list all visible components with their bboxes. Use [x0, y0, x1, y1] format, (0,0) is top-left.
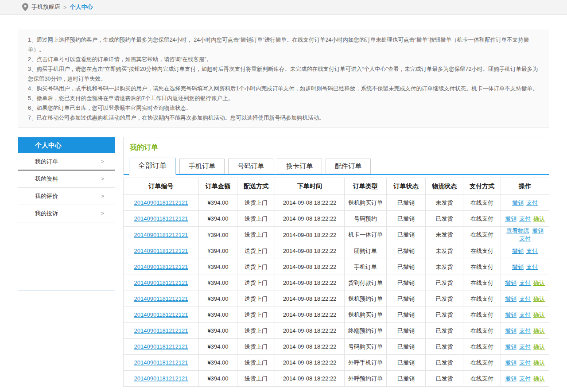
action-revoke-link[interactable]: 撤销 [505, 343, 517, 350]
order-status-cell: 已撤销 [387, 195, 426, 211]
order-type-cell: 裸机购买订单 [345, 195, 387, 211]
action-pay-link[interactable]: 支付 [519, 215, 531, 222]
order-number-link[interactable]: 20140901181212121 [134, 327, 188, 334]
table-row: 20140901181212121¥394.00送货上门2014-09-08 1… [124, 227, 549, 243]
order-status-cell: 已撤销 [387, 339, 426, 355]
order-number-link[interactable]: 20140901181212121 [134, 295, 188, 302]
breadcrumb-bar: 手机旗舰店 > 个人中心 [0, 0, 567, 15]
actions-cell: 撤销支付确认 [501, 339, 549, 355]
chevron-right-icon: > [101, 159, 104, 165]
order-time-cell: 2014-09-08 18:22:22 [275, 355, 345, 371]
order-time-cell: 2014-09-08 18:22:22 [275, 339, 345, 355]
action-revoke-link[interactable]: 撤销 [505, 215, 517, 222]
order-number-link[interactable]: 20140901181212121 [134, 232, 188, 238]
order-amount-cell: ¥394.00 [199, 243, 237, 259]
breadcrumb-current: 个人中心 [70, 3, 93, 11]
action-pay-link[interactable]: 支付 [526, 199, 538, 206]
sidebar-item-0[interactable]: 我的订单> [18, 153, 115, 171]
sidebar-item-label: 我的评价 [35, 192, 58, 200]
action-revoke-link[interactable]: 撤销 [505, 359, 517, 366]
notice-list: 1、通过网上选择预约的客户，生成的预约单最多为您保留24小时， 24小时内您可点… [28, 35, 539, 123]
sidebar-item-1[interactable]: 我的资料> [18, 171, 115, 188]
action-revoke-link[interactable]: 撤销 [505, 311, 517, 318]
action-confirm-link[interactable]: 确认 [533, 295, 545, 302]
action-revoke-link[interactable]: 撤销 [505, 279, 517, 286]
action-confirm-link[interactable]: 确认 [533, 327, 545, 334]
order-type-cell: 货到付款订单 [345, 275, 387, 291]
column-header: 配送方式 [237, 178, 275, 195]
notice-item-1: 1、通过网上选择预约的客户，生成的预约单最多为您保留24小时， 24小时内您可点… [28, 35, 539, 54]
action-pay-link[interactable]: 支付 [519, 311, 531, 318]
order-amount-cell: ¥394.00 [199, 211, 237, 227]
payment-method-cell: 在线支付 [463, 195, 501, 211]
action-revoke-link[interactable]: 撤销 [505, 295, 517, 302]
order-time-cell: 2014-09-08 18:22:22 [275, 275, 345, 291]
payment-method-cell: 在线支付 [463, 339, 501, 355]
action-confirm-link[interactable]: 确认 [533, 311, 545, 318]
action-revoke-link[interactable]: 撤销 [505, 375, 517, 382]
table-row: 20140901181212121¥394.00送货上门2014-09-08 1… [124, 259, 549, 275]
action-pay-link[interactable]: 支付 [526, 248, 538, 254]
order-number-link[interactable]: 20140901181212121 [134, 359, 188, 366]
order-number-link[interactable]: 20140901181212121 [134, 199, 188, 206]
action-confirm-link[interactable]: 确认 [533, 279, 545, 286]
actions-cell: 撤销支付确认 [501, 291, 549, 307]
action-pay-link[interactable]: 支付 [519, 359, 531, 366]
order-number-link[interactable]: 20140901181212121 [134, 279, 188, 286]
table-row: 20140901181212121¥394.00送货上门2014-09-08 1… [124, 323, 549, 339]
action-pay-link[interactable]: 支付 [526, 264, 538, 270]
action-revoke-link[interactable]: 撤销 [512, 199, 524, 206]
action-pay-link[interactable]: 支付 [519, 235, 531, 242]
action-confirm-link[interactable]: 确认 [533, 343, 545, 350]
table-row: 20140901181212121¥394.00送货上门2014-09-08 1… [124, 195, 549, 211]
sidebar-item-3[interactable]: 我的投诉> [18, 205, 115, 222]
order-number-link[interactable]: 20140901181212121 [134, 375, 188, 382]
order-tab-1[interactable]: 手机订单 [179, 159, 225, 174]
order-number-link[interactable]: 20140901181212121 [134, 343, 188, 350]
order-number-link[interactable]: 20140901181212121 [134, 215, 188, 222]
notice-item-7: 7、已在移动公司参加过优惠购机活动的用户，在协议期内不能再次参加购机活动。您可以… [28, 113, 539, 123]
action-pay-link[interactable]: 支付 [519, 327, 531, 334]
action-revoke-link[interactable]: 撤销 [512, 264, 524, 270]
page-title: 我的订单 [124, 137, 549, 158]
action-pay-link[interactable]: 支付 [519, 279, 531, 286]
order-type-cell: 外呼手机订单 [345, 355, 387, 371]
delivery-method-cell: 送货上门 [237, 339, 275, 355]
action-view-logistics-link[interactable]: 查看物流 [506, 227, 529, 234]
action-pay-link[interactable]: 支付 [519, 375, 531, 382]
action-revoke-link[interactable]: 撤销 [512, 248, 524, 254]
order-tab-2[interactable]: 号码订单 [228, 159, 273, 174]
order-number-link[interactable]: 20140901181212121 [134, 264, 188, 270]
order-number-cell: 20140901181212121 [124, 259, 199, 275]
notice-item-6: 6、如果您的订单已出库，您可以登录顺丰官网实时查询物流状态。 [28, 103, 539, 113]
action-confirm-link[interactable]: 确认 [533, 359, 545, 366]
delivery-method-cell: 送货上门 [237, 275, 275, 291]
order-number-cell: 20140901181212121 [124, 307, 199, 323]
action-confirm-link[interactable]: 确认 [533, 215, 545, 222]
order-number-cell: 20140901181212121 [124, 227, 199, 243]
order-status-cell: 已撤销 [387, 243, 426, 259]
action-revoke-link[interactable]: 撤销 [532, 227, 544, 234]
order-number-cell: 20140901181212121 [124, 339, 199, 355]
orders-panel-header: 我的订单 全部订单手机订单号码订单换卡订单配件订单 [123, 137, 549, 175]
order-tab-4[interactable]: 配件订单 [326, 159, 371, 174]
breadcrumb-store-link[interactable]: 手机旗舰店 [31, 3, 60, 11]
order-status-cell: 已撤销 [387, 259, 426, 275]
order-number-link[interactable]: 20140901181212121 [134, 248, 188, 254]
payment-method-cell: 在线支付 [463, 275, 501, 291]
delivery-method-cell: 送货上门 [237, 195, 275, 211]
action-confirm-link[interactable]: 确认 [533, 375, 545, 382]
sidebar-item-2[interactable]: 我的评价> [18, 188, 115, 205]
order-tab-0[interactable]: 全部订单 [129, 158, 176, 175]
order-status-cell: 已撤销 [387, 211, 426, 227]
action-revoke-link[interactable]: 撤销 [505, 327, 517, 334]
sidebar-title: 个人中心 [18, 137, 115, 153]
action-pay-link[interactable]: 支付 [519, 295, 531, 302]
order-number-link[interactable]: 20140901181212121 [134, 311, 188, 318]
payment-method-cell: 在线支付 [463, 323, 501, 339]
action-pay-link[interactable]: 支付 [519, 343, 531, 350]
order-tab-3[interactable]: 换卡订单 [277, 159, 322, 174]
location-pin-icon [22, 3, 28, 11]
table-row: 20140901181212121¥394.00送货上门2014-09-08 1… [124, 211, 549, 227]
order-type-cell: 手机订单 [345, 259, 387, 275]
